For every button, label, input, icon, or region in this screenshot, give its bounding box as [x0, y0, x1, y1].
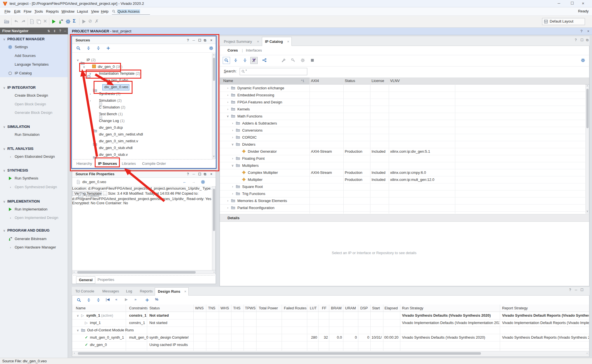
flownav-section-ip-integrator[interactable]: ∨IP INTEGRATOR [0, 84, 68, 91]
tree-item-sim-netlist-vhdl[interactable]: div_gen_0_sim_netlist.vhdl [72, 131, 212, 138]
open-project-icon[interactable] [4, 19, 9, 24]
float-panel-icon[interactable]: ⧉ [204, 170, 206, 178]
column-header[interactable]: Status [149, 305, 160, 312]
help-icon[interactable]: ? [569, 288, 571, 292]
column-header[interactable]: Failed Routes [284, 305, 306, 312]
properties-vertical-scrollbar[interactable] [212, 186, 216, 270]
properties-horizontal-scrollbar[interactable]: ‹ › [72, 270, 216, 274]
tree-item-div-gen-0-veo[interactable]: div_gen_0.veo [72, 84, 212, 90]
flownav-section-project-manager[interactable]: ∨PROJECT MANAGER [0, 36, 68, 43]
collapse-all-icon[interactable] [86, 46, 91, 50]
menu-help[interactable]: Help [101, 7, 109, 16]
ip-category-row[interactable]: ›Dynamic Function eXchange [220, 85, 585, 92]
expand-icon[interactable]: ⇕ [53, 28, 56, 34]
subtab-interfaces[interactable]: Interfaces [246, 46, 262, 55]
tree-item-stub-v[interactable]: div_gen_0_stub.v [72, 151, 212, 158]
column-header-vlnv[interactable]: VLNV [390, 77, 400, 84]
gear-icon[interactable] [201, 180, 205, 184]
run-group-out-of-context[interactable]: ∨ Out-of-Context Module Runs [72, 327, 589, 334]
flownav-item-create-block-design[interactable]: Create Block Design [0, 92, 68, 99]
ip-search-input[interactable]: ▾ [240, 68, 307, 75]
column-header[interactable]: Run Strategy [402, 305, 423, 312]
tree-item-test-bench[interactable]: ›Test Bench(1) [72, 111, 212, 117]
menu-layout[interactable]: Layout [77, 7, 88, 16]
close-panel-icon[interactable]: × [210, 170, 212, 178]
next-run-icon[interactable]: » [134, 297, 136, 301]
ip-category-row[interactable]: ›CORDIC [220, 134, 585, 141]
tab-general[interactable]: General [76, 276, 95, 284]
generate-bitstream-icon[interactable] [58, 19, 63, 24]
column-header[interactable]: TPWS [245, 305, 256, 312]
ip-row-divider-generator[interactable]: Divider GeneratorAXI4-StreamProductionIn… [220, 148, 585, 155]
run-row-impl-1[interactable]: ▷ impl_1 constrs_1 Not started Vivado Im… [72, 319, 589, 327]
menu-tools[interactable]: Tools [34, 7, 43, 16]
tab-tcl-console[interactable]: Tcl Console [75, 287, 94, 296]
back-icon[interactable]: ← [183, 178, 186, 186]
ip-category-row[interactable]: ›Embedded Processing [220, 92, 585, 99]
float-panel-icon[interactable]: ⧉ [586, 38, 589, 42]
close-panel-icon[interactable]: × [210, 37, 212, 44]
settings-gear-icon[interactable] [581, 58, 585, 63]
tab-properties[interactable]: Properties [98, 276, 114, 283]
copy-icon[interactable] [36, 19, 41, 24]
maximize-panel-icon[interactable]: ☐ [198, 37, 201, 44]
close-icon[interactable]: × [587, 28, 589, 35]
menu-window[interactable]: Window [61, 7, 74, 16]
collapse-all-icon[interactable] [87, 298, 91, 302]
run-row-synth-1[interactable]: ∨▷ synth_1 (active) constrs_1 Not starte… [72, 312, 589, 319]
tree-item-c-simulation[interactable]: C Simulation(2) [72, 104, 212, 111]
help-icon[interactable]: ? [187, 170, 189, 178]
first-run-icon[interactable]: |◀ [106, 297, 109, 301]
tab-project-summary[interactable]: Project Summary× [221, 37, 261, 46]
flownav-section-rtl-analysis[interactable]: ∨RTL ANALYSIS [0, 145, 68, 152]
tree-item-ip[interactable]: ∨IP(2) [72, 57, 212, 63]
tab-libraries[interactable]: Libraries [122, 160, 136, 168]
flownav-section-program-debug[interactable]: ∨PROGRAM AND DEBUG [0, 227, 68, 234]
sources-panel-header[interactable]: Sources ? ─ ☐ ⧉ × [72, 37, 216, 44]
scroll-down-icon[interactable]: v [213, 155, 215, 158]
tree-item-instantiation-template[interactable]: ∨Instantiation Template(2) [72, 70, 212, 77]
ip-row-multiplier[interactable]: MultiplierProductionIncludedxilinx.com:i… [220, 176, 585, 183]
ip-category-row[interactable]: ›Kernels [220, 106, 585, 113]
undo-icon[interactable] [14, 19, 19, 24]
flownav-section-simulation[interactable]: ∨SIMULATION [0, 123, 68, 130]
menu-reports[interactable]: Reports [46, 7, 59, 16]
column-header[interactable]: Report Strategy [502, 305, 528, 312]
add-sources-icon[interactable] [106, 46, 111, 50]
search-button[interactable] [223, 57, 230, 64]
column-header[interactable]: Elapsed [385, 305, 398, 312]
menu-flow[interactable]: Flow [24, 7, 31, 16]
run-row-div-gen-0[interactable]: ✓ div_gen_0 Using cached IP results [72, 341, 589, 349]
tree-item-simulation[interactable]: ›Simulation(2) [72, 97, 212, 104]
scrollbar-thumb[interactable] [586, 89, 589, 128]
flownav-item-ip-catalog[interactable]: IP Catalog [0, 70, 68, 77]
ip-category-row[interactable]: ›Floating Point [220, 155, 585, 162]
ip-category-row[interactable]: ›Memories & Storage Elements [220, 197, 585, 205]
type-ellipsis-button[interactable]: … [103, 191, 107, 196]
column-header[interactable]: FF [322, 305, 326, 312]
ip-category-row[interactable]: ›Adders & Subtracters [220, 120, 585, 127]
column-header[interactable]: DSP [360, 305, 368, 312]
gear-icon[interactable] [209, 46, 213, 50]
ip-category-row-multipliers[interactable]: ∨Multipliers [220, 162, 585, 169]
column-header[interactable]: URAM [345, 305, 356, 312]
flownav-section-implementation[interactable]: ∨IMPLEMENTATION [0, 198, 68, 205]
scrollbar-thumb[interactable] [78, 352, 481, 355]
tab-messages[interactable]: Messages [102, 287, 119, 296]
run-row-mult-gen-0-synth-1[interactable]: ✓ mult_gen_0_synth_1 mult_gen_0 synth_de… [72, 334, 589, 341]
column-header[interactable]: TNS [208, 305, 215, 312]
scrollbar-thumb[interactable] [213, 189, 215, 231]
close-tab-icon[interactable]: × [287, 37, 289, 46]
column-header-license[interactable]: License [372, 77, 384, 84]
minimize-panel-icon[interactable]: ─ [193, 37, 195, 44]
flownav-item-generate-bitstream[interactable]: Generate Bitstream [0, 236, 68, 242]
collapse-all-icon[interactable] [233, 58, 238, 63]
expand-all-icon[interactable] [96, 298, 101, 302]
ip-hierarchy-icon[interactable] [262, 58, 267, 63]
flownav-item-open-elaborated-design[interactable]: ›Open Elaborated Design [0, 153, 68, 160]
help-icon[interactable]: ? [187, 37, 189, 44]
search-dropdown-caret-icon[interactable]: ▾ [246, 69, 247, 72]
quick-access-search[interactable]: Quick Access [112, 9, 150, 15]
help-icon[interactable]: ? [59, 28, 61, 34]
column-header[interactable]: BRAM [331, 305, 342, 312]
